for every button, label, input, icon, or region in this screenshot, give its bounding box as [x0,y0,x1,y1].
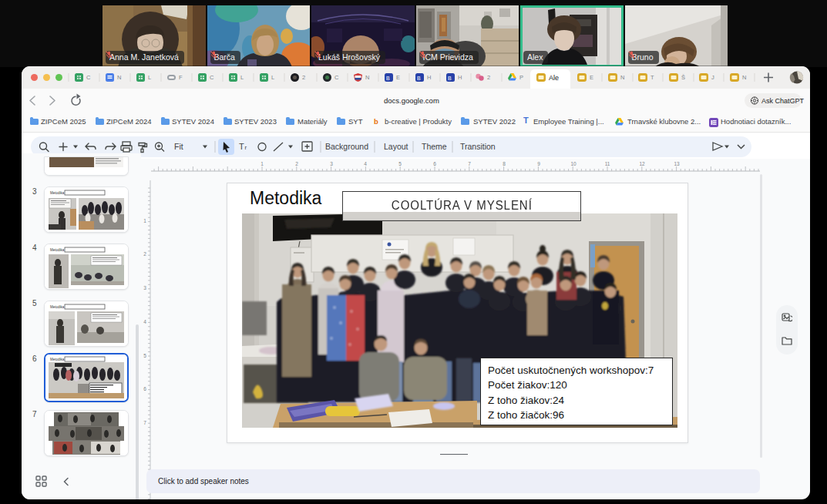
svg-text:L: L [148,74,151,81]
svg-text:J: J [711,74,714,81]
svg-text:H: H [427,74,431,81]
svg-text:7: 7 [468,161,471,166]
svg-text:H: H [458,74,462,81]
svg-text:docs.google.com: docs.google.com [384,96,439,105]
svg-text:L: L [240,74,244,81]
svg-text:4: 4 [143,319,146,324]
svg-text:Background: Background [325,142,368,151]
svg-text:Ale: Ale [549,74,559,82]
svg-text:Layout: Layout [384,142,408,151]
svg-text:L: L [271,74,274,81]
svg-text:Metodika: Metodika [50,358,65,361]
svg-text:1: 1 [261,161,264,166]
svg-text:B: B [448,76,452,81]
svg-text:10: 10 [570,161,577,166]
svg-text:E: E [396,74,400,81]
svg-text:8: 8 [503,161,506,166]
svg-text:11: 11 [605,161,610,166]
svg-text:N: N [117,74,121,81]
svg-text:Fit: Fit [174,142,183,151]
svg-text:5: 5 [143,353,146,358]
svg-text:1: 1 [143,218,146,223]
svg-text:C: C [86,74,91,81]
svg-text:6: 6 [143,386,146,391]
svg-text:Metodika: Metodika [50,191,65,195]
svg-text:T: T [239,142,244,151]
svg-text:F: F [179,74,183,81]
svg-text:Ask ChatGPT: Ask ChatGPT [761,97,805,105]
svg-text:9: 9 [537,161,540,166]
svg-text:N: N [742,74,746,81]
svg-text:Metodika: Metodika [50,248,65,252]
svg-text:3: 3 [330,161,333,166]
svg-text:C: C [210,74,214,81]
svg-text:N: N [365,74,369,81]
svg-text:N: N [620,74,624,81]
svg-text:r: r [245,144,247,151]
svg-text:T: T [651,74,654,81]
svg-text:3: 3 [143,285,146,291]
svg-text:Transition: Transition [460,142,496,151]
svg-text:5: 5 [398,161,402,166]
svg-text:12: 12 [639,161,645,166]
svg-text:2: 2 [295,161,298,166]
svg-text:Š: Š [681,74,685,81]
svg-text:13: 13 [674,161,680,166]
svg-text:2: 2 [302,74,305,81]
svg-text:6: 6 [433,161,436,166]
svg-text:B: B [417,76,421,81]
svg-text:B: B [386,76,390,81]
svg-text:P: P [519,74,523,81]
svg-text:Theme: Theme [422,142,447,151]
svg-text:2: 2 [143,251,146,257]
svg-text:7: 7 [143,420,146,425]
svg-text:C: C [334,74,339,81]
svg-text:4: 4 [364,161,367,166]
svg-text:2: 2 [487,74,490,81]
svg-text:E: E [590,74,593,81]
svg-text:Metodika: Metodika [50,305,65,309]
